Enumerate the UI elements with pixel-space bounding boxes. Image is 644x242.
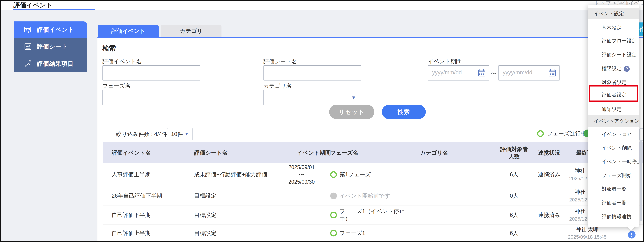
cell-event-name: 人事評価上半期 <box>112 163 194 186</box>
status-legend: フェーズ進行中 <box>537 130 586 137</box>
period-tilde: 〜 <box>490 69 497 78</box>
cell-event-name: 自己評価下半期 <box>112 206 194 224</box>
phase-active-icon <box>330 212 337 218</box>
kebab-menu-button[interactable]: ⋮ <box>628 231 636 239</box>
sidebar-label: 評価結果項目 <box>37 60 74 68</box>
create-button-partial[interactable]: 作 <box>639 22 644 36</box>
top-divider <box>0 10 644 10</box>
cell-last-updated: 神社 太郎 2025/09/18 15:45 <box>559 225 616 242</box>
cell-event-name: 26年自己評価下半期 <box>112 186 194 206</box>
cell-target-count: 0人 <box>493 186 535 206</box>
menu-item-event-copy[interactable]: イベントコピー <box>588 130 639 138</box>
tab-category[interactable]: カテゴリ <box>161 25 222 37</box>
legend-label: フェーズ進行中 <box>547 130 586 137</box>
calendar-icon[interactable] <box>548 69 556 77</box>
table-row[interactable]: 人事評価上半期 成果評価+行動評価+能力評価 2025/09/01〜2025/0… <box>103 163 644 186</box>
app-screen: 評価イベント トップ > 評価イベント 評価イベント AA 評価シート 評価結果… <box>0 0 644 242</box>
sheet-name-input[interactable] <box>264 65 361 81</box>
tab-underline <box>98 37 644 38</box>
red-highlight-box <box>589 85 638 102</box>
sidebar-label: 評価シート <box>37 42 68 50</box>
calendar-icon[interactable] <box>478 69 486 77</box>
page-size-select[interactable]: 10件 ▼ <box>167 128 192 140</box>
menu-item-phase-start[interactable]: フェーズ開始 <box>588 171 639 180</box>
period-from-input[interactable]: yyyy/mm/dd <box>428 65 489 81</box>
category-name-label: カテゴリ名 <box>264 82 292 90</box>
menu-item-evaluation-flow-settings[interactable]: 評価フロー設定 <box>588 36 639 45</box>
menu-item-event-delete[interactable]: イベント削除 <box>588 143 639 152</box>
phase-active-icon <box>330 171 337 178</box>
menu-section-event-actions: イベントアクション <box>588 115 639 127</box>
menu-item-permission-settings[interactable]: 権限設定? <box>588 64 639 73</box>
phase-active-icon <box>330 230 337 237</box>
sidebar: 評価イベント AA 評価シート 評価結果項目 <box>14 21 87 72</box>
toolbar-cutoff-box[interactable] <box>639 128 644 141</box>
evaluation-sheet-icon: AA <box>24 43 32 50</box>
title-underline <box>13 9 96 10</box>
menu-item-notification-settings[interactable]: 通知設定 <box>588 105 639 114</box>
calendar-award-icon <box>24 26 32 33</box>
col-target-count: 評価対象者人数 <box>493 142 535 163</box>
filter-count-text: 絞り込み件数 : 4/4件 <box>116 130 168 138</box>
menu-item-evaluator-list[interactable]: 評価者一覧 <box>588 198 639 207</box>
chevron-down-icon: ▼ <box>351 95 356 101</box>
sidebar-item-evaluation-sheet[interactable]: AA 評価シート <box>14 38 87 55</box>
table-row[interactable]: 26年自己評価下半期 目標設定 イベント開始前です。 0人 神社 2025/12 <box>103 186 644 206</box>
event-period-label: イベント期間 <box>428 58 462 65</box>
page-title: 評価イベント <box>14 1 52 9</box>
cell-period: 2025/09/01〜2025/09/30 <box>272 163 331 186</box>
event-context-menu: イベント設定 基本設定 評価フロー設定 評価シート設定? 権限設定? 対象者設定… <box>588 5 639 227</box>
cell-target-count: 6人 <box>493 163 535 186</box>
col-phase: フェーズ名 <box>330 142 414 163</box>
col-event-name: 評価イベント名 <box>112 142 194 163</box>
col-category: カテゴリ名 <box>420 142 484 163</box>
menu-section-event-settings: イベント設定 <box>588 8 639 19</box>
phase-name-label: フェーズ名 <box>102 82 130 90</box>
event-name-input[interactable] <box>102 65 200 81</box>
date-placeholder: yyyy/mm/dd <box>503 69 532 76</box>
menu-pointer-arrow <box>627 226 635 231</box>
cell-target-count: 6人 <box>493 206 535 224</box>
menu-item-evaluation-sheet-settings[interactable]: 評価シート設定? <box>588 50 639 59</box>
sidebar-label: 評価イベント <box>37 26 74 34</box>
sheet-name-label: 評価シート名 <box>264 58 297 65</box>
phase-active-icon <box>537 130 544 137</box>
cell-sheet-name: 目標設定 <box>194 206 272 224</box>
date-placeholder: yyyy/mm/dd <box>432 69 462 76</box>
cell-sheet-name: 目標設定 <box>194 186 272 206</box>
period-to-input[interactable]: yyyy/mm/dd <box>498 65 560 81</box>
col-period: イベント期間 <box>272 142 331 163</box>
tab-evaluation-event[interactable]: 評価イベント <box>98 25 159 37</box>
phase-not-started-icon <box>330 193 337 199</box>
search-section-heading: 検索 <box>102 44 116 53</box>
page-size-value: 10件 <box>171 130 183 138</box>
col-sheet-name: 評価シート名 <box>194 142 272 163</box>
cell-phase: 第1フェーズ <box>330 163 414 186</box>
menu-item-basic-settings[interactable]: 基本設定 <box>588 23 639 32</box>
tools-icon <box>24 60 32 68</box>
help-icon[interactable]: ? <box>624 66 630 72</box>
cell-event-name: 自己評価上半期 <box>112 225 194 242</box>
vertical-scrollbar[interactable] <box>640 140 642 221</box>
search-divider <box>102 55 630 55</box>
cell-target-count: 6人 <box>493 225 535 242</box>
table-row[interactable]: 自己評価上半期 目標設定 フェーズ1 6人 神社 太郎 2025/09/18 1… <box>103 225 644 242</box>
menu-item-evaluation-info-link[interactable]: 評価情報連携 <box>588 212 639 221</box>
table-header: 評価イベント名 評価シート名 イベント期間 フェーズ名 カテゴリ名 評価対象者人… <box>103 142 644 163</box>
chevron-down-icon: ▼ <box>184 132 188 136</box>
table-row[interactable]: 自己評価下半期 目標設定 フェーズ1（イベント停止中） 6人 連携済み 神社 2… <box>103 206 644 225</box>
phase-name-input[interactable] <box>102 90 200 105</box>
category-select[interactable]: ▼ <box>264 90 361 105</box>
menu-item-event-pause[interactable]: イベント一時停止 <box>588 157 639 166</box>
svg-text:A: A <box>26 44 28 48</box>
reset-button[interactable]: リセット <box>329 105 374 119</box>
top-bar <box>0 0 644 10</box>
search-button[interactable]: 検索 <box>382 105 426 119</box>
cell-sheet-name: 成果評価+行動評価+能力評価 <box>194 163 272 186</box>
sidebar-item-evaluation-results[interactable]: 評価結果項目 <box>14 55 87 72</box>
sidebar-item-evaluation-event[interactable]: 評価イベント <box>14 21 87 38</box>
menu-item-target-list[interactable]: 対象者一覧 <box>588 185 639 193</box>
cell-phase: イベント開始前です。 <box>330 186 414 206</box>
cell-phase: フェーズ1（イベント停止中） <box>330 206 414 224</box>
cell-phase: フェーズ1 <box>330 225 414 242</box>
